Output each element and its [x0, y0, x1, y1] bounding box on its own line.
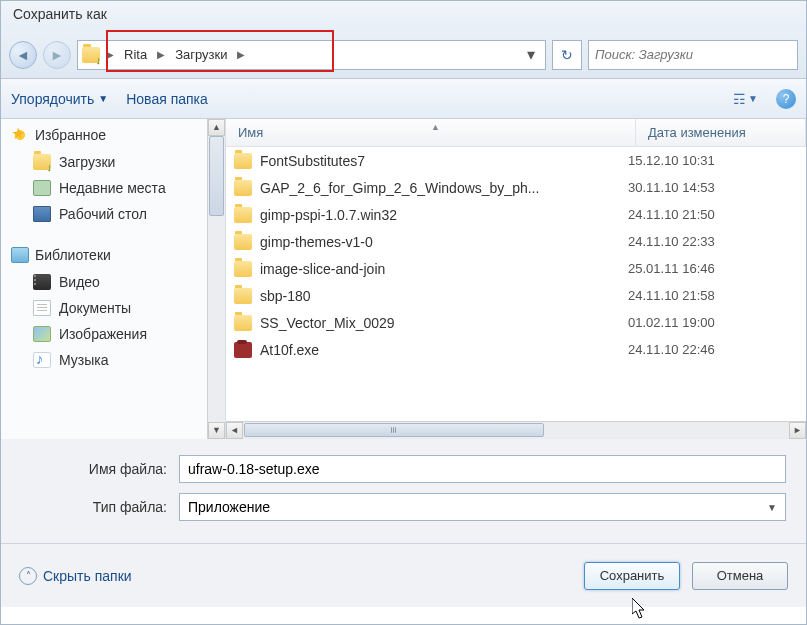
column-date[interactable]: Дата изменения [636, 119, 806, 146]
downloads-icon [33, 154, 51, 170]
cancel-button[interactable]: Отмена [692, 562, 788, 590]
star-icon [11, 127, 29, 143]
sidebar-item-desktop[interactable]: Рабочий стол [1, 201, 225, 227]
folder-icon [234, 180, 252, 196]
form-area: Имя файла: Тип файла: Приложение ▼ [1, 439, 806, 543]
file-row[interactable]: gimp-themes-v1-024.11.10 22:33 [226, 228, 806, 255]
filename-label: Имя файла: [21, 461, 179, 477]
toolbar: Упорядочить ▼ Новая папка ☶ ▼ ? [1, 79, 806, 119]
scroll-right-icon[interactable]: ► [789, 422, 806, 439]
sort-indicator-icon: ▲ [431, 122, 440, 132]
nav-bar: ◄ ► ▶ Rita ▶ Загрузки ▶ ▾ ↻ [1, 31, 806, 79]
document-icon [33, 300, 51, 316]
file-date: 15.12.10 10:31 [628, 153, 798, 168]
file-name: sbp-180 [260, 288, 628, 304]
chevron-right-icon[interactable]: ▶ [104, 49, 116, 60]
chevron-down-icon: ▼ [748, 93, 758, 104]
scroll-up-icon[interactable]: ▲ [208, 119, 225, 136]
hide-folders-button[interactable]: ˄ Скрыть папки [19, 567, 132, 585]
folder-icon [234, 315, 252, 331]
chevron-down-icon: ▼ [767, 502, 777, 513]
column-name[interactable]: Имя ▲ [226, 119, 636, 146]
file-date: 30.11.10 14:53 [628, 180, 798, 195]
file-name: image-slice-and-join [260, 261, 628, 277]
filename-input[interactable] [179, 455, 786, 483]
pictures-icon [33, 326, 51, 342]
folder-icon [234, 261, 252, 277]
folder-icon [234, 234, 252, 250]
organize-button[interactable]: Упорядочить ▼ [11, 91, 108, 107]
nav-back-button[interactable]: ◄ [9, 41, 37, 69]
exe-icon [234, 342, 252, 358]
libraries-icon [11, 247, 29, 263]
sidebar-item-videos[interactable]: Видео [1, 269, 225, 295]
file-row[interactable]: gimp-pspi-1.0.7.win3224.11.10 21:50 [226, 201, 806, 228]
sidebar-item-music[interactable]: Музыка [1, 347, 225, 373]
body-area: Избранное Загрузки Недавние места Рабочи… [1, 119, 806, 439]
horizontal-scrollbar[interactable]: ◄ ► [226, 421, 806, 439]
file-date: 24.11.10 21:50 [628, 207, 798, 222]
search-input[interactable] [595, 47, 791, 62]
sidebar-favorites-header[interactable]: Избранное [1, 121, 225, 149]
sidebar-item-recent[interactable]: Недавние места [1, 175, 225, 201]
folder-icon [234, 207, 252, 223]
breadcrumb-bar[interactable]: ▶ Rita ▶ Загрузки ▶ ▾ [77, 40, 546, 70]
file-date: 01.02.11 19:00 [628, 315, 798, 330]
sidebar-item-documents[interactable]: Документы [1, 295, 225, 321]
scroll-thumb[interactable] [244, 423, 544, 437]
nav-forward-button[interactable]: ► [43, 41, 71, 69]
chevron-right-icon[interactable]: ▶ [155, 49, 167, 60]
chevron-right-icon[interactable]: ▶ [235, 49, 247, 60]
scroll-down-icon[interactable]: ▼ [208, 422, 225, 439]
sidebar-libraries-header[interactable]: Библиотеки [1, 241, 225, 269]
folder-icon [234, 288, 252, 304]
file-name: gimp-themes-v1-0 [260, 234, 628, 250]
file-rows: FontSubstitutes715.12.10 10:31GAP_2_6_fo… [226, 147, 806, 421]
breadcrumb-seg-downloads[interactable]: Загрузки [167, 41, 235, 69]
file-date: 25.01.11 16:46 [628, 261, 798, 276]
recent-icon [33, 180, 51, 196]
dialog-title: Сохранить как [13, 6, 107, 22]
desktop-icon [33, 206, 51, 222]
music-icon [33, 352, 51, 368]
sidebar-scrollbar[interactable]: ▲ ▼ [207, 119, 225, 439]
file-list: Имя ▲ Дата изменения FontSubstitutes715.… [226, 119, 806, 439]
save-as-dialog: Сохранить как ◄ ► ▶ Rita ▶ Загрузки ▶ ▾ … [0, 0, 807, 625]
search-box[interactable] [588, 40, 798, 70]
view-icon: ☶ [733, 91, 746, 107]
sidebar-item-pictures[interactable]: Изображения [1, 321, 225, 347]
file-row[interactable]: FontSubstitutes715.12.10 10:31 [226, 147, 806, 174]
scroll-left-icon[interactable]: ◄ [226, 422, 243, 439]
chevron-up-icon: ˄ [19, 567, 37, 585]
breadcrumb-seg-rita[interactable]: Rita [116, 41, 155, 69]
filetype-label: Тип файла: [21, 499, 179, 515]
chevron-down-icon: ▼ [98, 93, 108, 104]
folder-icon [234, 153, 252, 169]
save-button[interactable]: Сохранить [584, 562, 680, 590]
file-date: 24.11.10 21:58 [628, 288, 798, 303]
file-row[interactable]: image-slice-and-join25.01.11 16:46 [226, 255, 806, 282]
sidebar-item-downloads[interactable]: Загрузки [1, 149, 225, 175]
filetype-select[interactable]: Приложение ▼ [179, 493, 786, 521]
folder-icon [82, 47, 100, 63]
video-icon [33, 274, 51, 290]
file-row[interactable]: GAP_2_6_for_Gimp_2_6_Windows_by_ph...30.… [226, 174, 806, 201]
titlebar: Сохранить как [1, 1, 806, 31]
file-name: FontSubstitutes7 [260, 153, 628, 169]
file-name: gimp-pspi-1.0.7.win32 [260, 207, 628, 223]
refresh-button[interactable]: ↻ [552, 40, 582, 70]
file-name: GAP_2_6_for_Gimp_2_6_Windows_by_ph... [260, 180, 628, 196]
file-name: At10f.exe [260, 342, 628, 358]
file-row[interactable]: At10f.exe24.11.10 22:46 [226, 336, 806, 363]
file-row[interactable]: SS_Vector_Mix_002901.02.11 19:00 [226, 309, 806, 336]
file-list-header: Имя ▲ Дата изменения [226, 119, 806, 147]
new-folder-button[interactable]: Новая папка [126, 91, 208, 107]
help-button[interactable]: ? [776, 89, 796, 109]
file-date: 24.11.10 22:33 [628, 234, 798, 249]
file-date: 24.11.10 22:46 [628, 342, 798, 357]
breadcrumb-dropdown[interactable]: ▾ [521, 45, 541, 64]
view-mode-button[interactable]: ☶ ▼ [733, 91, 758, 107]
scroll-thumb[interactable] [209, 136, 224, 216]
footer: ˄ Скрыть папки Сохранить Отмена [1, 543, 806, 607]
file-row[interactable]: sbp-18024.11.10 21:58 [226, 282, 806, 309]
